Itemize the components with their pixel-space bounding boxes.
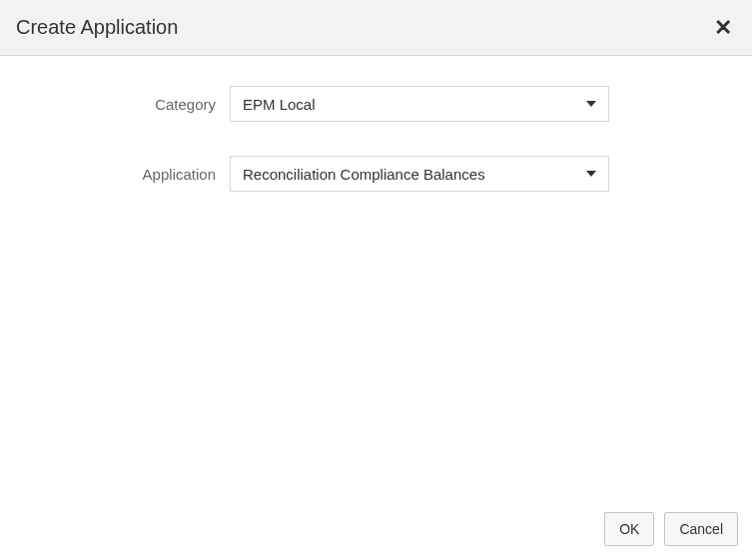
dialog-footer: OK Cancel <box>0 498 752 560</box>
application-value: Reconciliation Compliance Balances <box>243 166 485 183</box>
category-row: Category EPM Local <box>20 86 732 122</box>
application-control-wrap: Reconciliation Compliance Balances <box>230 156 609 192</box>
chevron-down-icon <box>586 171 596 177</box>
create-application-dialog: Create Application ✕ Category EPM Local … <box>0 0 752 560</box>
cancel-button[interactable]: Cancel <box>664 512 738 546</box>
chevron-down-icon <box>586 101 596 107</box>
category-control-wrap: EPM Local <box>230 86 609 122</box>
dialog-header: Create Application ✕ <box>0 0 752 56</box>
category-label: Category <box>20 96 230 113</box>
application-label: Application <box>20 166 230 183</box>
close-icon[interactable]: ✕ <box>710 17 736 39</box>
ok-button[interactable]: OK <box>604 512 654 546</box>
application-row: Application Reconciliation Compliance Ba… <box>20 156 732 192</box>
category-value: EPM Local <box>243 96 316 113</box>
dialog-body: Category EPM Local Application Reconcili… <box>0 56 752 498</box>
dialog-title: Create Application <box>16 16 178 39</box>
category-select[interactable]: EPM Local <box>230 86 609 122</box>
application-select[interactable]: Reconciliation Compliance Balances <box>230 156 609 192</box>
